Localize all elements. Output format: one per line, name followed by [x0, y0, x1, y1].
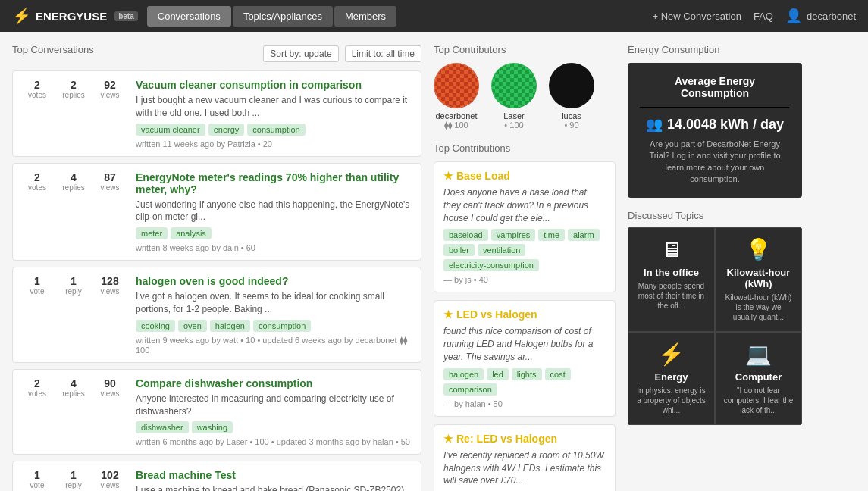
topic-card-energy[interactable]: ⚡ Energy In physics, energy is a propert…	[628, 332, 715, 425]
tag[interactable]: consumption	[247, 124, 305, 136]
username: decarbonet	[807, 11, 856, 22]
topic-card-computer[interactable]: 💻 Computer "I do not fear computers. I f…	[715, 332, 802, 425]
conv-title[interactable]: Vacuum cleaner consumption in comparison	[136, 79, 412, 91]
contribution-card-re-led: ★ Re: LED vs Halogen I've recently repla…	[434, 424, 616, 491]
conversation-item: 2votes 4replies 87views EnergyNote meter…	[12, 163, 421, 261]
conv-excerpt: I just bought a new vacuum cleaner and I…	[136, 94, 412, 120]
conv-title[interactable]: Bread machine Test	[136, 469, 412, 481]
topic-card-kwh[interactable]: 💡 Kilowatt-hour (kWh) Kilowatt-hour (kWh…	[715, 227, 802, 332]
contribution-text: I've recently replaced a room of 10 50W …	[443, 449, 606, 487]
avatar-lucas	[549, 63, 594, 108]
tag[interactable]: consumption	[253, 320, 311, 332]
sort-button[interactable]: Sort by: update	[263, 45, 338, 62]
tag[interactable]: halogen	[443, 368, 484, 380]
conversation-item: 1vote 1reply 128views halogen oven is go…	[12, 267, 421, 363]
tag[interactable]: comparison	[443, 383, 497, 396]
bolt-icon: ⚡	[12, 7, 31, 25]
contribution-footer: — by js • 40	[443, 275, 606, 284]
conv-title[interactable]: Compare dishwasher consumption	[136, 377, 412, 389]
tag[interactable]: energy	[208, 124, 245, 136]
topic-desc: Many people spend most of their time in …	[636, 281, 707, 311]
contribution-footer: — by halan • 50	[443, 399, 606, 408]
tag[interactable]: washing	[192, 421, 233, 433]
nav-tab-members[interactable]: Members	[334, 6, 396, 27]
tag[interactable]: time	[538, 229, 565, 241]
limit-button[interactable]: Limit to: all time	[345, 45, 421, 62]
tag[interactable]: oven	[178, 320, 207, 332]
energy-section-title: Energy Consumption	[628, 44, 802, 55]
contributor-score: ⧫⧫ 100	[434, 120, 479, 130]
brand: ⚡ ENERGYUSE beta	[12, 7, 138, 25]
kwh-value: 14.0048 kWh / day	[667, 117, 784, 133]
beta-badge: beta	[114, 11, 138, 21]
topic-desc: "I do not fear computers. I fear the lac…	[723, 386, 794, 415]
tag[interactable]: electricity-consumption	[443, 259, 539, 271]
tag[interactable]: meter	[136, 227, 168, 239]
conversation-item: 1vote 1reply 102views Bread machine Test…	[12, 461, 421, 491]
contribution-tags: baseload vampires time alarm boiler vent…	[443, 229, 606, 271]
tag[interactable]: cooking	[136, 320, 175, 332]
topic-desc: In physics, energy is a property of obje…	[636, 386, 707, 415]
left-column: Top Conversations Sort by: update Limit …	[12, 44, 421, 491]
topics-grid: 🖥 In the office Many people spend most o…	[628, 227, 802, 425]
topic-name: Energy	[636, 371, 707, 383]
conv-excerpt: I use a machine to knead and bake bread …	[136, 484, 412, 491]
faq-link[interactable]: FAQ	[754, 11, 773, 22]
contributor-name: Laser	[491, 111, 537, 120]
contribution-title: ★ LED vs Halogen	[443, 308, 606, 321]
energy-icon: ⚡	[636, 342, 707, 367]
topic-desc: Kilowatt-hour (kWh) is the way we usuall…	[723, 292, 794, 322]
computer-icon: 💻	[723, 342, 794, 367]
tag[interactable]: vampires	[491, 229, 536, 241]
conv-footer: written 6 months ago by Laser • 100 • up…	[136, 437, 412, 446]
energy-panel: Average Energy Consumption 👥 14.0048 kWh…	[628, 63, 802, 198]
tag[interactable]: lights	[512, 368, 542, 380]
contribution-tags: halogen led lights cost comparison	[443, 368, 606, 396]
kwh-icon: 💡	[723, 237, 794, 262]
brand-name: ENERGYUSE	[36, 10, 107, 23]
contribution-card-led: ★ LED vs Halogen found this nice compari…	[434, 300, 616, 416]
tag[interactable]: cost	[545, 368, 571, 380]
tag[interactable]: baseload	[443, 229, 488, 241]
topic-card-office[interactable]: 🖥 In the office Many people spend most o…	[628, 227, 715, 332]
tag[interactable]: dishwasher	[136, 421, 189, 433]
contributors-title: Top Contributors	[434, 44, 616, 55]
conv-title[interactable]: halogen oven is good indeed?	[136, 275, 412, 287]
contributions-title: Top Contributions	[434, 142, 616, 154]
topic-name: Computer	[723, 371, 794, 383]
tag[interactable]: boiler	[443, 244, 475, 256]
contributor-score: • 100	[491, 120, 537, 130]
conv-excerpt: Anyone interested in measuring and compa…	[136, 392, 412, 418]
conv-title[interactable]: EnergyNote meter's readings 70% higher t…	[136, 171, 412, 195]
tag[interactable]: ventilation	[478, 244, 526, 256]
contribution-card-baseload: ★ Base Load Does anyone have a base load…	[434, 161, 616, 292]
discussed-topics-title: Discussed Topics	[628, 210, 802, 221]
tag[interactable]: analysis	[171, 227, 212, 239]
user-menu[interactable]: 👤 decarbonet	[785, 8, 856, 24]
conversations-header: Top Conversations Sort by: update Limit …	[12, 44, 421, 63]
contributors-section: Top Contributors decarbonet ⧫⧫ 100	[434, 44, 616, 130]
conv-excerpt: I've got a halogen oven. It seems to be …	[136, 290, 412, 316]
topic-name: Kilowatt-hour (kWh)	[723, 267, 794, 289]
nav-tab-conversations[interactable]: Conversations	[147, 6, 231, 27]
conv-footer: written 9 weeks ago by watt • 10 • updat…	[136, 336, 412, 355]
avatar-laser	[491, 63, 537, 108]
new-conversation-link[interactable]: + New Conversation	[653, 11, 741, 22]
tag[interactable]: alarm	[568, 229, 600, 241]
main-container: Top Conversations Sort by: update Limit …	[0, 32, 868, 491]
tag[interactable]: led	[487, 368, 509, 380]
conv-tags: meter analysis	[136, 227, 412, 239]
contributor-name: lucas	[549, 111, 594, 120]
nav-tab-topics[interactable]: Topics/Appliances	[233, 6, 333, 27]
conv-excerpt: Just wondering if anyone else had this h…	[136, 199, 412, 224]
nav-right: + New Conversation FAQ 👤 decarbonet	[653, 8, 857, 24]
office-icon: 🖥	[636, 237, 707, 262]
section-title-conversations: Top Conversations	[12, 44, 94, 55]
tag[interactable]: vacuum cleaner	[136, 124, 205, 136]
contribution-text: found this nice comparison of cost of ru…	[443, 325, 606, 363]
energy-kwh: 👥 14.0048 kWh / day	[640, 116, 790, 133]
conv-footer: written 11 weeks ago by Patrizia • 20	[136, 139, 412, 149]
tag[interactable]: halogen	[210, 320, 250, 332]
contributor-score: • 90	[549, 120, 594, 130]
energy-panel-title: Average Energy Consumption	[640, 75, 790, 99]
